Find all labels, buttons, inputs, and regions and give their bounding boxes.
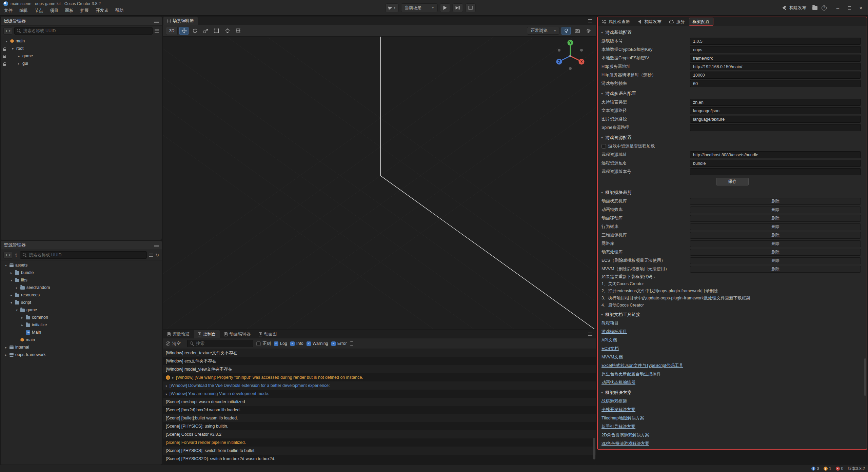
expand-chevron-icon[interactable]: ▸ [166, 392, 167, 396]
chevron-right-icon[interactable]: ▸ [9, 271, 13, 275]
tab-animation-editor[interactable]: 动画编辑器 [220, 330, 255, 338]
scene-camera-button[interactable] [573, 27, 582, 35]
expand-chevron-icon[interactable]: ▸ [172, 376, 174, 379]
menu-panel[interactable]: 面板 [62, 7, 77, 14]
filter-error-checkbox[interactable]: ✓ Error [331, 341, 347, 346]
console-search-input[interactable] [196, 341, 251, 346]
tab-scene-editor[interactable]: 场景编辑器 [163, 17, 198, 25]
hierarchy-node-root[interactable]: ▾ root [1, 45, 162, 52]
section-solutions[interactable]: ▾ 框架解决方案 [598, 388, 867, 397]
menu-extension[interactable]: 扩展 [77, 7, 92, 14]
tab-service[interactable]: 服务 [666, 18, 688, 26]
languages-input[interactable] [690, 99, 861, 106]
asset-node-script[interactable]: ▾ script [1, 299, 162, 306]
create-asset-button[interactable]: +▾ [3, 252, 12, 259]
delete-button[interactable]: 删除 [690, 249, 861, 256]
link-hot-update-plugin[interactable]: 原生包热更新配置自动生成插件 [598, 370, 867, 378]
menu-project[interactable]: 项目 [47, 7, 61, 14]
log-row[interactable]: [Scene] [PHYSICS2D]: switch from box2d-w… [163, 455, 596, 463]
tab-animation-graph[interactable]: 动画图 [255, 330, 281, 338]
link-rpg2d-solution[interactable]: 2D角色扮演游戏解决方案 [598, 431, 867, 439]
build-publish-button[interactable]: 构建发布 [780, 4, 808, 12]
menu-help[interactable]: 帮助 [112, 7, 127, 14]
filter-log-checkbox[interactable]: ✓ Log [274, 341, 287, 346]
scene-light-button[interactable] [561, 27, 571, 35]
open-project-folder-icon[interactable] [812, 6, 817, 10]
remote-url-input[interactable] [690, 151, 861, 158]
export-log-icon[interactable] [350, 341, 353, 346]
delete-button[interactable]: 删除 [690, 266, 861, 273]
section-game-res[interactable]: ▾ 游戏资源配置 [598, 133, 867, 142]
menu-developer[interactable]: 开发者 [93, 7, 112, 14]
log-row[interactable]: [Scene] [PHYSICS]: switch from builtin t… [163, 447, 596, 455]
log-row[interactable]: [Window] ecs文件夹不存在 [163, 357, 596, 365]
close-button[interactable]: × [856, 3, 866, 13]
regex-checkbox[interactable]: 正则 [256, 341, 271, 347]
delete-button[interactable]: 删除 [690, 206, 861, 213]
link-excel-tool[interactable]: Excel格式转Json文件与TypeScript代码工具 [598, 361, 867, 370]
tab-asset-preview[interactable]: 资源预览 [163, 330, 193, 338]
snap-grid-button[interactable] [234, 27, 243, 35]
play-button[interactable] [440, 3, 450, 12]
spine-path-input[interactable] [690, 124, 861, 131]
log-row-warning[interactable]: [Scene] Forward render pipeline initiali… [163, 438, 596, 447]
menu-file[interactable]: 文件 [1, 7, 16, 14]
link-rpg3d-solution[interactable]: 3D角色扮演游戏解决方案 [598, 439, 867, 448]
tab-build-publish[interactable]: 构建发布 [634, 18, 665, 26]
http-server-input[interactable] [690, 63, 861, 70]
link-fullstack-solution[interactable]: 全栈开发解决方案 [598, 406, 867, 414]
chevron-right-icon[interactable]: ▸ [17, 54, 21, 58]
maximize-button[interactable] [844, 3, 854, 13]
log-row[interactable]: [Scene] [bullet]:bullet wasm lib loaded. [163, 414, 596, 422]
fps-input[interactable] [690, 80, 861, 87]
asset-node-oops-framework[interactable]: ▸ oops-framework [1, 351, 162, 358]
link-guide-solution[interactable]: 新手引导解决方案 [598, 422, 867, 431]
scene-viewport[interactable]: Y X Z [163, 37, 596, 329]
log-row[interactable]: [Window] render_texture文件夹不存在 [163, 349, 596, 357]
chevron-down-icon[interactable]: ▾ [9, 278, 13, 282]
chevron-down-icon[interactable]: ▾ [5, 39, 8, 43]
chevron-right-icon[interactable]: ▸ [15, 286, 19, 290]
asset-node-common[interactable]: ▸ common [1, 314, 162, 321]
remote-version-input[interactable] [690, 168, 861, 175]
remote-bundle-input[interactable] [690, 160, 861, 167]
hierarchy-node-main[interactable]: ▾ main [1, 37, 162, 45]
chevron-right-icon[interactable]: ▸ [4, 353, 8, 357]
filter-warning-checkbox[interactable]: ✓ Warning [307, 341, 328, 346]
minimize-button[interactable]: – [833, 3, 843, 13]
filter-icon[interactable] [149, 254, 153, 257]
texture-path-input[interactable] [690, 116, 861, 123]
create-node-button[interactable]: +▾ [3, 27, 12, 35]
section-i18n[interactable]: ▾ 游戏多语言配置 [598, 89, 867, 98]
scale-tool-button[interactable] [201, 27, 210, 35]
filter-info-checkbox[interactable]: ✓ Info [290, 341, 303, 346]
crypto-key-input[interactable] [690, 46, 861, 53]
panel-menu-icon[interactable] [154, 20, 159, 23]
config-scrollbar[interactable] [864, 358, 866, 396]
chevron-right-icon[interactable]: ▸ [4, 346, 8, 349]
asset-node-initialize[interactable]: ▸ initialize [1, 321, 162, 329]
asset-node-seedrandom[interactable]: ▸ seedrandom [1, 284, 162, 291]
chevron-right-icon[interactable]: ▸ [20, 323, 24, 327]
hierarchy-search-input[interactable] [23, 28, 150, 33]
scene-select[interactable]: 当前场景 ▾ [401, 3, 437, 12]
filter-icon[interactable] [155, 29, 159, 33]
asset-node-game[interactable]: ▾ game [1, 306, 162, 314]
assets-search-input[interactable] [29, 253, 144, 257]
delete-button[interactable]: 删除 [690, 223, 861, 230]
log-row[interactable]: [Scene] Cocos Creator v3.8.2 [163, 430, 596, 438]
chevron-down-icon[interactable]: ▾ [15, 308, 19, 312]
mode-3d-button[interactable]: 3D [166, 27, 178, 35]
help-icon[interactable]: ? [822, 5, 827, 11]
link-mvvm-docs[interactable]: MVVM文档 [598, 353, 867, 361]
asset-node-main-ts[interactable]: TS Main [1, 329, 162, 336]
section-game-basic[interactable]: ▾ 游戏基础配置 [598, 28, 867, 37]
link-chess-framework[interactable]: 战棋游戏框架 [598, 397, 867, 406]
delete-button[interactable]: 删除 [690, 257, 861, 264]
panel-menu-icon[interactable] [588, 19, 592, 22]
tab-property-inspector[interactable]: 属性检查器 [598, 18, 633, 26]
error-count[interactable]: × 0 [836, 466, 844, 471]
rotate-tool-button[interactable] [190, 27, 199, 35]
section-modules[interactable]: ▾ 框架模块裁剪 [598, 188, 867, 197]
menu-edit[interactable]: 编辑 [16, 7, 31, 14]
